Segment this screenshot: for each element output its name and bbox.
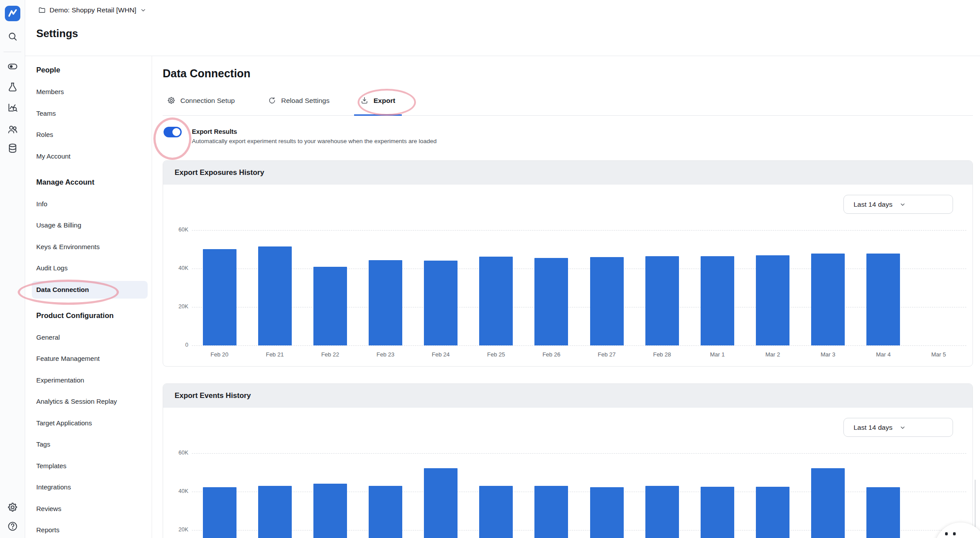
chevron-down-icon xyxy=(899,424,945,431)
help-icon[interactable] xyxy=(7,521,18,532)
bar-feb-24 xyxy=(424,468,458,538)
bar-mar-1 xyxy=(701,256,734,345)
settings-gear-icon[interactable] xyxy=(7,502,18,513)
sidebar-item-general[interactable]: General xyxy=(36,331,147,344)
sidebar-item-analytics-session-replay[interactable]: Analytics & Session Replay xyxy=(36,395,147,408)
bar-feb-23 xyxy=(369,260,402,345)
sidebar-item-info[interactable]: Info xyxy=(36,197,147,211)
y-axis-tick: 20K xyxy=(170,303,188,310)
y-axis-tick: 60K xyxy=(170,450,188,456)
sidebar-item-experimentation[interactable]: Experimentation xyxy=(36,374,147,387)
tab-reload-settings[interactable]: Reload Settings xyxy=(268,96,329,105)
gear-icon xyxy=(167,96,175,105)
card-title: Export Events History xyxy=(175,391,251,400)
tab-label: Export xyxy=(374,97,395,105)
date-range-value: Last 14 days xyxy=(854,201,899,208)
bar-mar-1 xyxy=(701,487,734,538)
chevron-down-icon xyxy=(899,201,945,208)
x-axis-tick: Mar 4 xyxy=(859,351,908,358)
sidebar-item-reviews[interactable]: Reviews xyxy=(36,502,147,515)
bar-feb-28 xyxy=(645,486,679,538)
sidebar-item-tags[interactable]: Tags xyxy=(36,438,147,451)
gridline xyxy=(192,269,966,269)
refresh-icon xyxy=(268,96,276,105)
x-axis-tick: Feb 28 xyxy=(638,351,686,358)
app-logo-icon[interactable] xyxy=(5,6,20,21)
experiments-flask-icon[interactable] xyxy=(7,82,18,93)
sidebar-item-my-account[interactable]: My Account xyxy=(36,150,147,163)
bar-mar-3 xyxy=(811,254,845,345)
gridline xyxy=(192,453,966,454)
date-range-dropdown[interactable]: Last 14 days xyxy=(843,195,953,214)
feature-toggle-icon[interactable] xyxy=(7,61,18,72)
date-range-value: Last 14 days xyxy=(854,424,899,432)
data-database-icon[interactable] xyxy=(7,143,18,154)
bar-feb-20 xyxy=(203,249,236,345)
x-axis-tick: Feb 20 xyxy=(195,351,244,358)
active-tab-underline xyxy=(354,114,402,116)
annotation-circle-toggle xyxy=(153,117,191,160)
card-header: Export Events History xyxy=(163,384,972,408)
y-axis-tick: 40K xyxy=(170,488,188,494)
bar-feb-25 xyxy=(479,486,513,538)
x-axis-tick: Mar 1 xyxy=(693,351,742,358)
x-axis-tick: Feb 21 xyxy=(251,351,299,358)
export-results-toggle[interactable] xyxy=(164,127,182,137)
breadcrumb-label: Demo: Shoppy Retail [WHN] xyxy=(50,6,136,14)
bar-feb-26 xyxy=(534,258,568,345)
bar-feb-26 xyxy=(534,486,568,538)
gridline xyxy=(192,230,966,231)
bar-feb-21 xyxy=(258,486,292,538)
gridline xyxy=(192,345,966,346)
chart-card-0: Export Exposures HistoryLast 14 days020K… xyxy=(163,160,973,367)
sidebar-item-feature-management[interactable]: Feature Management xyxy=(36,352,147,365)
tab-export[interactable]: Export xyxy=(360,96,395,105)
bar-feb-23 xyxy=(369,486,402,538)
gridline xyxy=(192,492,966,492)
sidebar-item-templates[interactable]: Templates xyxy=(36,459,147,473)
gridline xyxy=(192,530,966,530)
breadcrumb[interactable]: Demo: Shoppy Retail [WHN] xyxy=(38,6,147,14)
bar-mar-4 xyxy=(866,254,900,345)
bar-feb-22 xyxy=(313,267,347,345)
sidebar-item-target-applications[interactable]: Target Applications xyxy=(36,417,147,430)
y-axis-tick: 20K xyxy=(170,527,188,533)
analytics-chart-icon[interactable] xyxy=(7,102,18,113)
gridline xyxy=(192,307,966,307)
sidebar-item-reports[interactable]: Reports xyxy=(36,523,147,537)
download-icon xyxy=(360,96,369,105)
x-axis-tick: Mar 2 xyxy=(748,351,797,358)
x-axis-tick: Feb 25 xyxy=(472,351,520,358)
x-axis-tick: Feb 22 xyxy=(306,351,355,358)
sidebar-item-keys-environments[interactable]: Keys & Environments xyxy=(36,240,147,254)
sidebar-item-integrations[interactable]: Integrations xyxy=(36,481,147,494)
sidebar-item-members[interactable]: Members xyxy=(36,85,147,99)
bar-feb-20 xyxy=(203,487,236,538)
chevron-down-icon xyxy=(140,7,147,14)
card-title: Export Exposures History xyxy=(175,168,264,177)
x-axis-tick: Mar 3 xyxy=(804,351,852,358)
sidebar-item-audit-logs[interactable]: Audit Logs xyxy=(36,261,147,275)
x-axis-tick: Feb 26 xyxy=(527,351,576,358)
y-axis-tick: 40K xyxy=(170,265,188,271)
folder-icon xyxy=(38,6,46,14)
sidebar-item-teams[interactable]: Teams xyxy=(36,107,147,120)
header-divider xyxy=(25,56,980,56)
date-range-dropdown[interactable]: Last 14 days xyxy=(843,418,953,437)
tab-connection-setup[interactable]: Connection Setup xyxy=(167,96,235,105)
sidebar-item-data-connection[interactable]: Data Connection xyxy=(36,283,147,296)
sidebar-divider xyxy=(152,56,152,538)
tab-bar-divider xyxy=(163,115,973,116)
section-title: Data Connection xyxy=(163,67,251,80)
bar-feb-24 xyxy=(424,261,458,345)
y-axis-tick: 60K xyxy=(170,227,188,233)
search-icon[interactable] xyxy=(7,31,18,42)
sidebar-item-roles[interactable]: Roles xyxy=(36,128,147,141)
x-axis-tick: Feb 24 xyxy=(416,351,465,358)
rail-divider xyxy=(4,52,21,52)
audiences-people-icon[interactable] xyxy=(7,124,18,135)
bar-feb-27 xyxy=(590,487,624,538)
sidebar-item-usage-billing[interactable]: Usage & Billing xyxy=(36,219,147,232)
tab-label: Connection Setup xyxy=(180,97,235,105)
bar-feb-21 xyxy=(258,246,292,345)
